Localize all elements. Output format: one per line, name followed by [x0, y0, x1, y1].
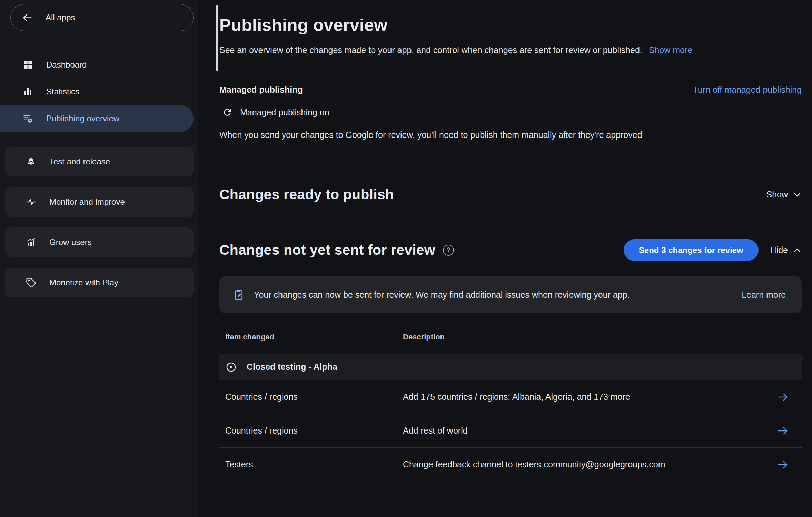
- sidebar-item-test-and-release[interactable]: Test and release: [5, 147, 194, 176]
- changes-ready-title: Changes ready to publish: [219, 186, 394, 203]
- table-group-row[interactable]: Closed testing - Alpha: [219, 354, 802, 380]
- review-banner: Your changes can now be sent for review.…: [219, 276, 802, 313]
- sidebar-item-label: Dashboard: [46, 60, 87, 70]
- row-open-link[interactable]: [771, 426, 802, 436]
- learn-more-link[interactable]: Learn more: [742, 290, 786, 300]
- arrow-right-icon: [777, 460, 789, 469]
- arrow-right-icon: [777, 392, 789, 402]
- page-subtitle-text: See an overview of the changes made to y…: [219, 45, 642, 55]
- sidebar-item-label: Grow users: [49, 237, 92, 247]
- help-icon[interactable]: ?: [443, 245, 454, 256]
- table-header: Item changed Description: [219, 333, 802, 354]
- dashboard-icon: [23, 60, 33, 70]
- column-header-description: Description: [403, 333, 771, 342]
- main-content: Publishing overview See an overview of t…: [198, 0, 812, 517]
- group-row-label: Closed testing - Alpha: [247, 362, 337, 372]
- arrow-right-icon: [777, 426, 789, 436]
- changes-ready-section: Changes ready to publish Show: [219, 186, 802, 220]
- sidebar-item-monitor-and-improve[interactable]: Monitor and improve: [5, 187, 194, 217]
- row-item-changed: Countries / regions: [225, 426, 403, 436]
- managed-publishing-section: Managed publishing Turn off managed publ…: [219, 85, 802, 159]
- rocket-icon: [26, 156, 36, 167]
- sync-icon: [222, 107, 232, 118]
- show-more-link[interactable]: Show more: [649, 45, 692, 55]
- pulse-icon: [26, 197, 36, 207]
- statistics-icon: [23, 87, 33, 97]
- send-changes-button[interactable]: Send 3 changes for review: [624, 239, 759, 261]
- sidebar-groups: Test and release Monitor and improve Gro…: [0, 147, 198, 297]
- clipboard-icon: [232, 288, 245, 301]
- growth-chart-icon: [26, 237, 36, 247]
- sidebar-item-dashboard[interactable]: Dashboard: [0, 51, 198, 78]
- changes-not-sent-section: Changes not yet sent for review ? Send 3…: [219, 239, 802, 481]
- table-row[interactable]: Countries / regions Add rest of world: [219, 414, 802, 448]
- sidebar-item-statistics[interactable]: Statistics: [0, 78, 198, 105]
- row-open-link[interactable]: [771, 460, 802, 469]
- sidebar-item-publishing-overview[interactable]: Publishing overview: [0, 105, 194, 132]
- sidebar-item-grow-users[interactable]: Grow users: [5, 227, 194, 257]
- row-item-changed: Testers: [225, 459, 403, 469]
- all-apps-button[interactable]: All apps: [10, 4, 194, 31]
- sidebar-item-label: Test and release: [49, 157, 110, 166]
- sidebar-item-label: Monitor and improve: [49, 197, 125, 207]
- row-description: Add rest of world: [403, 426, 771, 436]
- show-toggle-label: Show: [766, 190, 788, 200]
- managed-publishing-status-row: Managed publishing on: [219, 107, 802, 118]
- sidebar-item-label: Publishing overview: [46, 114, 119, 123]
- table-row[interactable]: Countries / regions Add 175 countries / …: [219, 380, 802, 414]
- play-circle-icon: [225, 361, 237, 373]
- row-item-changed: Countries / regions: [225, 392, 403, 402]
- hide-toggle-label: Hide: [770, 245, 788, 255]
- chevron-up-icon: [793, 246, 802, 255]
- all-apps-label: All apps: [46, 13, 75, 22]
- divider: [219, 220, 802, 220]
- changes-not-sent-title: Changes not yet sent for review: [219, 242, 435, 258]
- row-description: Change feedback channel to testers-commu…: [403, 459, 771, 469]
- page-subtitle: See an overview of the changes made to y…: [219, 45, 802, 55]
- managed-publishing-title: Managed publishing: [219, 85, 303, 95]
- row-open-link[interactable]: [771, 392, 802, 402]
- tag-icon: [26, 277, 36, 288]
- banner-message: Your changes can now be sent for review.…: [254, 290, 733, 300]
- scrollbar-thumb[interactable]: [216, 5, 218, 71]
- sidebar-item-monetize-with-play[interactable]: Monetize with Play: [5, 268, 194, 297]
- show-toggle[interactable]: Show: [766, 190, 802, 200]
- arrow-left-icon: [22, 12, 33, 23]
- sidebar: All apps Dashboard Statistics Publishing…: [0, 0, 198, 517]
- sidebar-item-label: Statistics: [46, 87, 79, 97]
- row-description: Add 175 countries / regions: Albania, Al…: [403, 392, 771, 402]
- table-row[interactable]: Testers Change feedback channel to teste…: [219, 448, 802, 481]
- sidebar-item-label: Monetize with Play: [49, 278, 118, 287]
- page-title: Publishing overview: [219, 0, 802, 35]
- column-header-item-changed: Item changed: [225, 333, 403, 342]
- divider: [219, 159, 802, 159]
- hide-toggle[interactable]: Hide: [770, 245, 802, 255]
- managed-publishing-status: Managed publishing on: [240, 108, 329, 118]
- publishing-overview-icon: [23, 113, 33, 124]
- turn-off-managed-publishing-link[interactable]: Turn off managed publishing: [693, 85, 802, 95]
- sidebar-nav: Dashboard Statistics Publishing overview: [0, 51, 198, 132]
- managed-publishing-description: When you send your changes to Google for…: [219, 130, 802, 140]
- chevron-down-icon: [793, 190, 802, 199]
